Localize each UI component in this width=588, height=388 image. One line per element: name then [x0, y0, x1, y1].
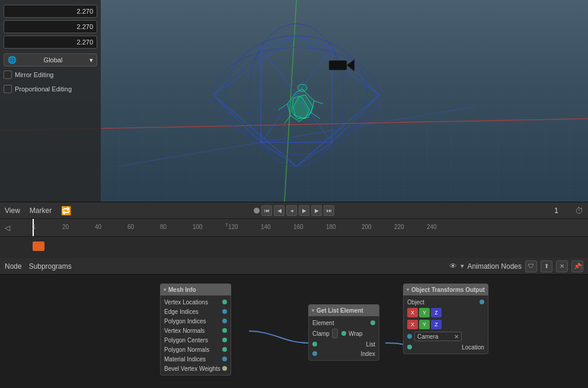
socket-list-in[interactable] [312, 342, 317, 346]
mesh-info-node[interactable]: ▾ Mesh Info Vertex Locations Edge Indice… [160, 284, 231, 376]
view-dropdown-arrow[interactable]: ▾ [461, 262, 464, 270]
jump-end-btn[interactable]: ⏭ [324, 205, 334, 216]
get-list-element-node[interactable]: ▾ Get List Element Element Clamp Wrap Li… [308, 304, 379, 361]
node-row-element: Element [309, 318, 379, 327]
obj-transforms-collapse[interactable]: ▾ [407, 287, 409, 292]
object-transforms-output-node[interactable]: ▾ Object Transforms Output Object X Y Z [403, 284, 488, 354]
index-label: Index [361, 351, 375, 357]
xyz-row: X Y Z [404, 307, 488, 319]
camera-x-btn[interactable]: ✕ [454, 333, 459, 340]
ruler-mark-240: 240 [427, 224, 437, 230]
socket-edge-indices[interactable] [222, 309, 227, 314]
socket-camera[interactable] [407, 334, 412, 339]
get-list-element-title: Get List Element [317, 307, 363, 314]
keyframe-bar[interactable] [33, 241, 44, 251]
viewport-3d[interactable]: 2.270 2.270 2.270 🌐 Global ▾ Mirror Edit… [0, 0, 588, 202]
dropdown-arrow-icon: ▾ [90, 56, 93, 64]
node-connections [0, 275, 588, 388]
frame-display[interactable]: 1 [554, 206, 558, 215]
ruler-mark-140: 140 [261, 224, 271, 230]
mirror-editing-checkbox[interactable] [4, 71, 12, 79]
play-reverse-btn[interactable]: ◂ [286, 205, 297, 216]
get-list-element-collapse[interactable]: ▾ [312, 308, 314, 313]
socket-polygon-normals[interactable] [222, 347, 227, 352]
node-row-bevel-weights: Bevel Vertex Weights [161, 364, 231, 373]
transform-space-icon: 🌐 [8, 56, 17, 64]
proportional-editing-checkbox[interactable] [4, 85, 12, 93]
node-canvas[interactable]: ▾ Mesh Info Vertex Locations Edge Indice… [0, 275, 588, 388]
timeline-menu-view[interactable]: View [5, 206, 20, 215]
socket-bevel-weights[interactable] [222, 366, 227, 371]
node-row-location: Location [404, 342, 488, 352]
ruler-mark-180: 180 [326, 224, 336, 230]
ruler-mark-100: 100 [193, 224, 203, 230]
y-value-field[interactable]: 2.270 [4, 20, 97, 33]
socket-object[interactable] [480, 300, 484, 304]
node-row-index: Index [309, 349, 379, 358]
node-row-material-indices: Material Indices [161, 354, 231, 364]
transform-space-dropdown[interactable]: 🌐 Global ▾ [4, 53, 97, 66]
timeline-menu-marker[interactable]: Marker [30, 206, 52, 215]
obj-transforms-title: Object Transforms Output [411, 287, 485, 293]
x-btn[interactable]: X [407, 308, 418, 317]
mesh-info-header[interactable]: ▾ Mesh Info [160, 284, 231, 295]
timeline-loop-icon[interactable]: 🔁 [61, 206, 71, 215]
mirror-editing-row[interactable]: Mirror Editing [4, 69, 97, 81]
play-btn[interactable]: ▶ [299, 205, 309, 216]
node-editor-title-text: Animation Nodes [468, 262, 522, 271]
timeline-ruler[interactable]: ◁ 1 20 40 60 80 100 120 140 160 180 200 … [0, 219, 588, 237]
object-transforms-header[interactable]: ▾ Object Transforms Output [403, 284, 488, 295]
mesh-info-body: Vertex Locations Edge Indices Polygon In… [160, 295, 231, 376]
z-btn2[interactable]: Z [431, 320, 442, 329]
proportional-editing-row[interactable]: Proportional Editing [4, 83, 97, 95]
svg-point-36 [298, 84, 307, 91]
svg-rect-37 [329, 61, 347, 70]
node-editor-view-icon[interactable]: 👁 [449, 262, 457, 271]
socket-index-in[interactable] [312, 351, 317, 356]
node-row-object: Object [404, 297, 488, 307]
clamp-toggle[interactable] [332, 329, 338, 338]
xyz-buttons: X Y Z [407, 308, 442, 317]
prev-keyframe-btn[interactable]: ◀ [274, 205, 285, 216]
mesh-info-collapse[interactable]: ▾ [164, 287, 166, 292]
socket-polygon-centers[interactable] [222, 338, 227, 342]
node-menu-node[interactable]: Node [5, 262, 22, 271]
z-value-field[interactable]: 2.270 [4, 36, 97, 49]
socket-polygon-indices[interactable] [222, 319, 227, 323]
socket-vertex-normals[interactable] [222, 328, 227, 333]
ruler-mark-40: 40 [95, 224, 101, 230]
transform-space-label: Global [44, 56, 63, 63]
xyz-row2: X Y Z [404, 319, 488, 330]
node-editor-title-area: 👁 ▾ Animation Nodes 🛡 ⬆ ✕ 📌 [449, 260, 583, 272]
jump-start-btn[interactable]: ⏮ [261, 205, 272, 216]
camera-dropdown[interactable]: Camera ✕ [414, 332, 462, 341]
node-editor-header: Node Subprograms 👁 ▾ Animation Nodes 🛡 ⬆… [0, 258, 588, 275]
close-editor-btn[interactable]: ✕ [556, 260, 568, 272]
y-btn[interactable]: Y [419, 308, 430, 317]
socket-element[interactable] [370, 320, 375, 325]
next-keyframe-btn[interactable]: ▶ [311, 205, 322, 216]
z-btn[interactable]: Z [431, 308, 442, 317]
export-btn[interactable]: ⬆ [541, 260, 552, 272]
location-label: Location [462, 344, 484, 351]
socket-clamp[interactable] [341, 331, 346, 336]
y-btn2[interactable]: Y [419, 320, 430, 329]
get-list-element-header[interactable]: ▾ Get List Element [308, 304, 379, 316]
node-row-vertex-normals: Vertex Normals [161, 326, 231, 335]
x-value-field[interactable]: 2.270 [4, 5, 97, 18]
socket-location[interactable] [407, 345, 412, 349]
node-editor-up-btn[interactable]: ↑ [579, 262, 583, 271]
socket-vertex-locations[interactable] [222, 300, 227, 304]
scroll-left-icon[interactable]: ◁ [5, 224, 10, 232]
clamp-wrap-row: Clamp Wrap [309, 327, 379, 339]
shield-btn[interactable]: 🛡 [525, 260, 537, 272]
ruler-mark-1: 1 [33, 224, 36, 230]
wrap-label: Wrap [349, 330, 363, 337]
viewport-toolbar: 2.270 2.270 2.270 🌐 Global ▾ Mirror Edit… [0, 0, 101, 202]
socket-material-indices[interactable] [222, 357, 227, 361]
x-btn2[interactable]: X [407, 320, 418, 329]
node-menu-subprograms[interactable]: Subprograms [29, 262, 72, 271]
node-row-polygon-normals: Polygon Normals [161, 345, 231, 354]
ruler-mark-220: 220 [394, 224, 404, 230]
timeline-tracks[interactable] [0, 237, 588, 259]
